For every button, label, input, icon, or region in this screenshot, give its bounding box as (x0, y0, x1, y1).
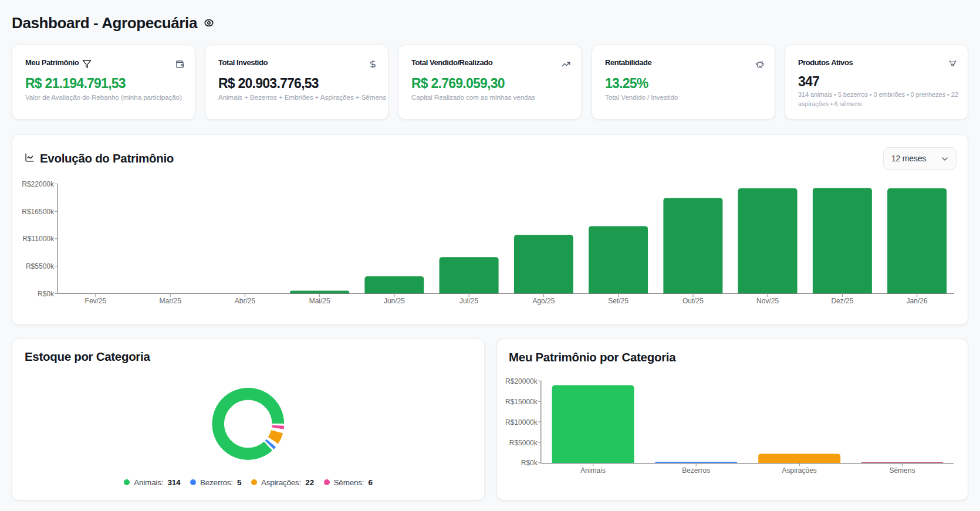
svg-text:Dez/25: Dez/25 (831, 297, 853, 305)
svg-text:R$11000k: R$11000k (22, 235, 55, 243)
svg-text:R$10000k: R$10000k (505, 418, 538, 427)
svg-text:R$5000k: R$5000k (509, 439, 538, 447)
svg-text:Mar/25: Mar/25 (160, 297, 182, 305)
svg-text:Aspirações: Aspirações (782, 466, 817, 475)
svg-text:Animais: Animais (580, 466, 606, 475)
svg-text:Out/25: Out/25 (682, 297, 704, 305)
svg-text:Bezerros: Bezerros (682, 466, 710, 475)
svg-text:R$20000k: R$20000k (505, 377, 538, 385)
svg-text:R$0k: R$0k (38, 290, 55, 298)
svg-text:Ago/25: Ago/25 (532, 297, 555, 305)
svg-text:R$5500k: R$5500k (26, 262, 55, 270)
svg-text:Fev/25: Fev/25 (85, 297, 107, 305)
svg-text:Sêmens: Sêmens (889, 466, 915, 475)
svg-text:Jul/25: Jul/25 (459, 297, 478, 305)
svg-text:Mai/25: Mai/25 (309, 297, 330, 305)
svg-text:R$22000k: R$22000k (22, 180, 55, 188)
svg-text:R$0k: R$0k (521, 459, 538, 467)
svg-text:Abr/25: Abr/25 (235, 297, 256, 305)
svg-text:Jun/25: Jun/25 (384, 297, 405, 305)
svg-text:Jan/26: Jan/26 (907, 297, 928, 305)
svg-text:R$16500k: R$16500k (22, 208, 55, 216)
svg-text:R$15000k: R$15000k (505, 398, 538, 406)
svg-text:Nov/25: Nov/25 (756, 297, 779, 305)
svg-text:Set/25: Set/25 (608, 297, 628, 305)
